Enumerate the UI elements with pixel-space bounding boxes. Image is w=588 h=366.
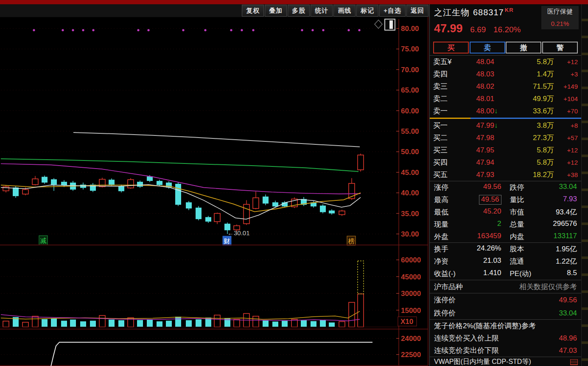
- stat-row-1: 涨停49.56跌停33.04: [430, 181, 581, 194]
- stat-value: 7.93: [563, 195, 577, 205]
- disclaimer-text: 相关数据仅供参考: [519, 282, 577, 292]
- bid-row-2-volume: 27.3万: [503, 133, 554, 143]
- svg-text:24000: 24000: [401, 335, 421, 343]
- stat-value: 296576: [553, 220, 577, 229]
- limit-row-1: 涨停价49.56: [430, 293, 581, 307]
- field-row-2: 净资21.03流通1.22亿: [430, 255, 581, 267]
- limit-value: 49.56: [559, 296, 577, 304]
- market-notice: 沪市品种 相关数据仅供参考: [430, 280, 581, 293]
- limit-value: 33.04: [559, 309, 577, 318]
- ask-row-4[interactable]: 卖四48.031.4万+3: [430, 68, 581, 80]
- stock-flag-badge: KR: [505, 7, 514, 13]
- menu-button-3[interactable]: 多股: [288, 5, 310, 17]
- field-value: 24.26%: [477, 244, 501, 254]
- menu-button-1[interactable]: 复权: [242, 5, 264, 17]
- stat-value: 45.20: [483, 207, 501, 217]
- stat-value: 163459: [477, 232, 501, 242]
- stat-cell-2-1: 最高49.56: [430, 195, 506, 205]
- ask-row-1-label: 卖一: [433, 106, 461, 116]
- market-type-label: 沪市品种: [434, 282, 463, 292]
- fundamental-stats: 换手24.26%股本1.95亿净资21.03流通1.22亿收益(-)1.410P…: [430, 242, 581, 280]
- ask-row-3-price: 48.02: [461, 82, 494, 91]
- ask-row-1-arrow-icon: ↓: [494, 107, 503, 115]
- price-limits: 涨停价49.56跌停价33.04: [430, 293, 581, 319]
- limit-key: 涨停价: [434, 295, 456, 305]
- stat-cell-4-2: 总量296576: [506, 220, 582, 229]
- menu-button-4[interactable]: 统计: [311, 5, 333, 17]
- stat-cell-1-2: 跌停33.04: [506, 183, 582, 192]
- stat-cell-3-1: 最低45.20: [430, 207, 506, 217]
- ask-row-1-volume: 33.6万: [503, 106, 554, 116]
- bid-row-3[interactable]: 买三47.955.8万+12: [430, 144, 581, 156]
- svg-text:45000: 45000: [401, 273, 421, 281]
- stat-key: 总量: [510, 220, 524, 229]
- trade-button-2[interactable]: 卖: [470, 42, 505, 53]
- trade-button-3[interactable]: 撤: [506, 42, 541, 53]
- stat-key: 最高: [434, 195, 448, 205]
- stat-value: 33.04: [559, 183, 577, 192]
- bid-row-1[interactable]: 买一47.99↓3.8万+8: [430, 119, 581, 132]
- stat-key: 市值: [510, 207, 524, 217]
- kline-chart[interactable]: 减财榜←30.0180.0075.0070.0065.0060.0055.005…: [0, 17, 429, 366]
- svg-text:30000: 30000: [401, 290, 421, 298]
- stat-key: 外盘: [434, 232, 448, 242]
- menu-button-8[interactable]: 返回: [406, 5, 428, 17]
- sector-name: 医疗保健: [543, 8, 577, 16]
- cage-key: 连续竞价卖出价下限: [434, 346, 499, 355]
- sector-box[interactable]: 医疗保健 0.21%: [541, 6, 579, 29]
- svg-text:65.00: 65.00: [401, 86, 419, 94]
- field-key: 净资: [434, 256, 448, 266]
- field-key: PE(动): [510, 269, 532, 279]
- bid-row-3-label: 买三: [433, 145, 461, 155]
- svg-text:←30.01: ←30.01: [227, 229, 250, 236]
- trade-button-1[interactable]: 买: [433, 42, 469, 53]
- vwap-section[interactable]: VWAP图(日内均量 CDP-STD等): [430, 357, 581, 366]
- cage-title: 笼子价格2%(随基准价调整)参考: [430, 320, 581, 332]
- cage-value: 48.96: [559, 334, 577, 343]
- kline-chart-svg[interactable]: 减财榜←30.0180.0075.0070.0065.0060.0055.005…: [0, 17, 429, 366]
- stat-cell-4-1: 现量2: [430, 220, 506, 229]
- bid-row-3-delta: +12: [554, 146, 578, 154]
- svg-text:60.00: 60.00: [401, 107, 419, 115]
- ask-row-3[interactable]: 卖三48.0271.5万+149: [430, 80, 581, 93]
- bid-row-2[interactable]: 买二47.9827.3万+57: [430, 132, 581, 144]
- svg-text:70.00: 70.00: [401, 66, 419, 74]
- ask-row-2[interactable]: 卖二48.0149.9万+104: [430, 93, 581, 105]
- menu-button-2[interactable]: 叠加: [265, 5, 287, 17]
- quote-header: 之江生物688317KR 47.99 6.69 16.20% 医疗保健 0.21…: [430, 4, 581, 40]
- stat-cell-1-1: 涨停49.56: [430, 183, 506, 192]
- bid-row-5-price: 47.93: [461, 171, 494, 179]
- svg-text:55.00: 55.00: [401, 127, 419, 135]
- bid-row-4-price: 47.94: [461, 158, 494, 167]
- stat-key: 最低: [434, 207, 448, 217]
- bid-row-5-label: 买五: [433, 170, 461, 180]
- bid-row-1-arrow-icon: ↓: [494, 121, 503, 130]
- ask-row-5[interactable]: 卖五¥48.045.8万+12: [430, 56, 581, 68]
- stat-value: 2: [497, 220, 501, 229]
- field-value: 1.95亿: [556, 244, 577, 254]
- stat-cell-5-1: 外盘163459: [430, 232, 506, 242]
- menu-button-7[interactable]: +自选: [379, 5, 406, 17]
- ask-row-2-delta: +104: [554, 95, 578, 102]
- trade-button-4[interactable]: 警: [542, 42, 578, 53]
- stat-cell-5-2: 内盘133117: [506, 232, 582, 242]
- menu-button-6[interactable]: 标记: [356, 5, 378, 17]
- menu-button-5[interactable]: 画线: [333, 5, 356, 17]
- ask-row-1[interactable]: 卖一48.00↓33.6万+70: [430, 105, 581, 117]
- field-cell-3-1: 收益(-)1.410: [430, 269, 506, 279]
- cage-row-1: 连续竞价买入价上限48.96: [430, 332, 581, 344]
- bid-row-5-volume: 18.2万: [503, 170, 554, 180]
- stat-key: 现量: [434, 220, 448, 229]
- ask-row-5-volume: 5.8万: [503, 57, 554, 67]
- field-value: 1.410: [483, 269, 501, 279]
- limit-row-2: 跌停价33.04: [430, 307, 581, 320]
- bid-row-5[interactable]: 买五47.9318.2万+38: [430, 169, 581, 181]
- bid-row-4[interactable]: 买四47.945.8万+12: [430, 156, 581, 169]
- ask-row-4-price: 48.03: [461, 70, 494, 79]
- bid-row-2-price: 47.98: [461, 134, 494, 142]
- stat-row-2: 最高49.56量比7.93: [430, 194, 581, 206]
- bid-row-4-delta: +12: [554, 159, 578, 166]
- field-key: 股本: [510, 244, 524, 254]
- field-cell-2-1: 净资21.03: [430, 256, 506, 266]
- ask-row-1-delta: +70: [554, 107, 578, 115]
